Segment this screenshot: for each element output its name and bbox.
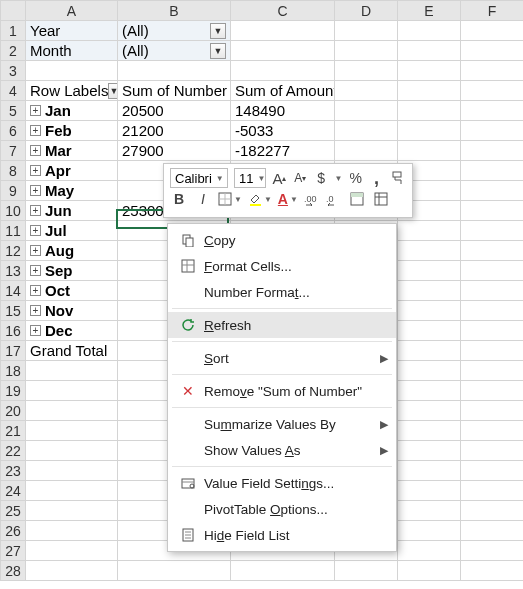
expand-icon[interactable]: + <box>30 145 41 156</box>
cell[interactable] <box>461 501 524 521</box>
menu-show-values-as[interactable]: Show Values As ▶ <box>168 437 396 463</box>
row-25[interactable]: 25 <box>1 501 26 521</box>
cell[interactable] <box>398 41 461 61</box>
cell[interactable] <box>26 501 118 521</box>
cell[interactable] <box>26 561 118 581</box>
cell[interactable] <box>461 61 524 81</box>
cell[interactable] <box>461 21 524 41</box>
fill-color-icon[interactable]: ▼ <box>248 192 272 206</box>
table-icon[interactable] <box>372 190 390 208</box>
col-E[interactable]: E <box>398 1 461 21</box>
col-F[interactable]: F <box>461 1 524 21</box>
cell[interactable] <box>26 361 118 381</box>
filter-month-value[interactable]: (All)▼ <box>118 41 231 61</box>
value-cell[interactable]: 148490 <box>231 101 335 121</box>
row-17[interactable]: 17 <box>1 341 26 361</box>
bold-icon[interactable]: B <box>170 190 188 208</box>
row-7[interactable]: 7 <box>1 141 26 161</box>
row-label[interactable]: +Nov <box>26 301 118 321</box>
cell[interactable] <box>461 101 524 121</box>
cell[interactable] <box>461 201 524 221</box>
cell[interactable] <box>26 401 118 421</box>
cell[interactable] <box>335 21 398 41</box>
row-20[interactable]: 20 <box>1 401 26 421</box>
col-D[interactable]: D <box>335 1 398 21</box>
cell[interactable] <box>461 401 524 421</box>
row-4[interactable]: 4 <box>1 81 26 101</box>
cell[interactable] <box>26 541 118 561</box>
menu-pivottable-options[interactable]: PivotTable Options... <box>168 496 396 522</box>
currency-icon[interactable]: $ <box>314 169 329 187</box>
col-A[interactable]: A <box>26 1 118 21</box>
cell[interactable] <box>398 141 461 161</box>
row-label[interactable]: +Jul <box>26 221 118 241</box>
row-label[interactable]: +Apr <box>26 161 118 181</box>
expand-icon[interactable]: + <box>30 105 41 116</box>
cell[interactable] <box>461 81 524 101</box>
cell[interactable] <box>461 341 524 361</box>
expand-icon[interactable]: + <box>30 305 41 316</box>
menu-copy[interactable]: Copy <box>168 227 396 253</box>
row-15[interactable]: 15 <box>1 301 26 321</box>
row-label[interactable]: +Jan <box>26 101 118 121</box>
cell[interactable] <box>335 561 398 581</box>
cell[interactable] <box>461 161 524 181</box>
cell[interactable] <box>231 561 335 581</box>
cell[interactable] <box>335 81 398 101</box>
menu-remove[interactable]: ✕ Remove "Sum of Number" <box>168 378 396 404</box>
col-B[interactable]: B <box>118 1 231 21</box>
expand-icon[interactable]: + <box>30 325 41 336</box>
row-label[interactable]: +Jun <box>26 201 118 221</box>
cell[interactable] <box>461 141 524 161</box>
cell[interactable] <box>461 361 524 381</box>
row-19[interactable]: 19 <box>1 381 26 401</box>
menu-refresh[interactable]: Refresh <box>168 312 396 338</box>
expand-icon[interactable]: + <box>30 185 41 196</box>
cell[interactable] <box>231 21 335 41</box>
cell[interactable] <box>461 561 524 581</box>
cell[interactable] <box>398 461 461 481</box>
row-27[interactable]: 27 <box>1 541 26 561</box>
cell[interactable] <box>461 221 524 241</box>
cell[interactable] <box>461 281 524 301</box>
italic-icon[interactable]: I <box>194 190 212 208</box>
cell[interactable] <box>335 41 398 61</box>
cell[interactable] <box>461 521 524 541</box>
cell[interactable] <box>335 121 398 141</box>
cell[interactable] <box>398 221 461 241</box>
cell[interactable] <box>26 381 118 401</box>
filter-year-value[interactable]: (All)▼ <box>118 21 231 41</box>
row-label[interactable]: +Oct <box>26 281 118 301</box>
cell[interactable] <box>26 441 118 461</box>
cell[interactable] <box>335 141 398 161</box>
cell[interactable] <box>398 321 461 341</box>
expand-icon[interactable]: + <box>30 245 41 256</box>
row-8[interactable]: 8 <box>1 161 26 181</box>
cell[interactable] <box>461 481 524 501</box>
cell[interactable] <box>398 101 461 121</box>
expand-icon[interactable]: + <box>30 225 41 236</box>
cell[interactable] <box>398 301 461 321</box>
row-21[interactable]: 21 <box>1 421 26 441</box>
row-label[interactable]: +Aug <box>26 241 118 261</box>
menu-summarize[interactable]: Summarize Values By ▶ <box>168 411 396 437</box>
row-10[interactable]: 10 <box>1 201 26 221</box>
row-labels-header[interactable]: Row Labels▼ <box>26 81 118 101</box>
row-6[interactable]: 6 <box>1 121 26 141</box>
cell[interactable] <box>461 461 524 481</box>
comma-style-icon[interactable]: , <box>369 169 384 187</box>
borders-icon[interactable]: ▼ <box>218 192 242 206</box>
cell[interactable] <box>398 241 461 261</box>
cell[interactable] <box>335 61 398 81</box>
cell[interactable] <box>231 61 335 81</box>
col-C[interactable]: C <box>231 1 335 21</box>
row-13[interactable]: 13 <box>1 261 26 281</box>
cell[interactable] <box>461 381 524 401</box>
row-14[interactable]: 14 <box>1 281 26 301</box>
chevron-down-icon[interactable]: ▼ <box>334 174 342 183</box>
row-label[interactable]: +Sep <box>26 261 118 281</box>
cell[interactable] <box>398 441 461 461</box>
cell[interactable] <box>26 521 118 541</box>
cell[interactable] <box>398 521 461 541</box>
increase-font-icon[interactable]: A▴ <box>272 169 287 187</box>
